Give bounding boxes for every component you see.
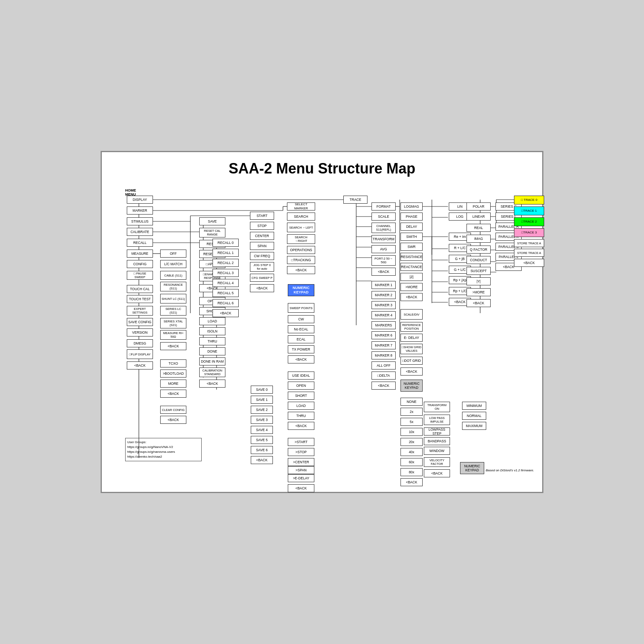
box-e-delay[interactable]: E- DELAY — [400, 334, 423, 342]
box-trace[interactable]: TRACE — [343, 196, 367, 204]
box-transform-on[interactable]: TRANSFORM ON — [424, 402, 450, 412]
box-expert-settings[interactable]: EXPERT SETTINGS — [127, 306, 153, 316]
box-abs-y[interactable]: |Y| — [466, 277, 491, 285]
box-imag[interactable]: IMAG — [466, 235, 491, 243]
box-recall6[interactable]: RECALL 6 — [213, 299, 239, 307]
box-thru[interactable]: THRU — [199, 337, 225, 345]
box-back-fmt[interactable]: <BACK — [400, 293, 423, 301]
box-series-xtal-s21[interactable]: SERIES XTAL (S21) — [160, 318, 186, 328]
box-operations[interactable]: OPERATIONS — [287, 246, 315, 254]
box-recall5[interactable]: RECALL 5 — [213, 289, 239, 297]
box-trace3[interactable]: □TRACE 3 — [514, 228, 544, 237]
box-touch-cal[interactable]: TOUCH CAL — [127, 285, 153, 293]
box-marker2[interactable]: MARKER 2 — [372, 291, 396, 299]
box-clear-config[interactable]: CLEAR CONFIG — [160, 406, 186, 414]
box-search-right[interactable]: SEARCH →RIGHT — [287, 234, 315, 244]
box-done[interactable]: DONE — [199, 347, 225, 355]
box-load2[interactable]: LOAD — [288, 402, 314, 410]
box-touch-test[interactable]: TOUCH TEST — [127, 295, 153, 303]
box-conduct[interactable]: CONDUCT — [466, 256, 491, 264]
box-series-lc-s21[interactable]: SERIES LC (S21) — [160, 306, 186, 316]
box-start[interactable]: START — [250, 212, 274, 220]
box-channel-s11refl[interactable]: CHANNEL S11(REFL) — [372, 223, 396, 233]
box-recall[interactable]: RECALL — [127, 239, 153, 247]
box-velocity-factor[interactable]: VELOCITY FACTOR — [424, 457, 450, 467]
box-40x[interactable]: 40x — [400, 448, 423, 456]
box-cable-s11[interactable]: CABLE (S11) — [160, 271, 186, 280]
box-use-ideal[interactable]: USE IDEAL — [288, 372, 314, 380]
box-search-left[interactable]: SEARCH ←LEFT — [287, 223, 315, 232]
box-lowpass-step[interactable]: LOWPASS STEP — [424, 427, 450, 436]
box-pause-sweep[interactable]: □ PAUSE SWEEP — [127, 271, 153, 280]
box-save6[interactable]: SAVE 6 — [251, 446, 273, 454]
box-bootload[interactable]: >BOOTLOAD — [160, 369, 186, 378]
box-e-delay2[interactable]: >E-DELAY — [288, 474, 314, 482]
box-back-polar[interactable]: <BACK — [466, 299, 491, 307]
box-calibration-standard[interactable]: CALIBRATION STANDARD — [199, 367, 225, 377]
box-markers[interactable]: MARKERS — [372, 321, 396, 329]
box-scale-div[interactable]: SCALE/DIV — [400, 309, 423, 320]
box-isoln[interactable]: ISOLN — [199, 327, 225, 335]
box-ecal[interactable]: ECAL — [288, 335, 314, 343]
box-back-recall[interactable]: <BACK — [213, 309, 239, 317]
box-lc-match[interactable]: L/C MATCH — [160, 260, 186, 268]
box-trace2[interactable]: □TRACE 2 — [514, 217, 544, 226]
box-stop[interactable]: STOP — [250, 222, 274, 230]
box-off[interactable]: OFF — [160, 250, 186, 258]
box-open2[interactable]: OPEN — [288, 382, 314, 390]
box-center2[interactable]: >CENTER — [288, 458, 314, 466]
box-done-in-ram[interactable]: DONE IN RAM — [199, 357, 225, 365]
box-phase[interactable]: PHASE — [400, 213, 423, 221]
box-bandpass[interactable]: BANDPASS — [424, 437, 450, 445]
box-q-factor[interactable]: Q FACTOR — [466, 246, 491, 254]
box-all-off[interactable]: ALL OFF — [372, 361, 396, 369]
box-back-ecal[interactable]: <BACK — [288, 422, 314, 430]
box-reactance[interactable]: REACTANCE — [400, 263, 423, 271]
box-config[interactable]: CONFIG — [127, 260, 153, 268]
box-2x[interactable]: 2x — [400, 408, 423, 416]
box-cw-freq[interactable]: CW FREQ — [250, 252, 274, 260]
box-more-polar[interactable]: >MORE — [466, 288, 491, 296]
box-display[interactable]: DISPLAY — [127, 196, 153, 204]
box-suscept[interactable]: SUSCEPT — [466, 267, 491, 275]
box-back-marker[interactable]: <BACK — [287, 266, 315, 274]
box-search[interactable]: SEARCH — [287, 213, 315, 221]
box-recall4[interactable]: RECALL 4 — [213, 279, 239, 287]
box-back-scale[interactable]: <BACK — [400, 367, 423, 376]
box-reset-cal-range[interactable]: RESET CAL RANGE — [199, 228, 225, 237]
box-marker3[interactable]: MARKER 3 — [372, 301, 396, 309]
box-logmag[interactable]: LOGMAG — [400, 202, 423, 211]
box-thru2[interactable]: THRU — [288, 412, 314, 420]
box-center[interactable]: CENTER — [250, 232, 274, 240]
box-80x[interactable]: 80x — [400, 468, 423, 476]
box-back-avg[interactable]: <BACK — [400, 478, 423, 486]
box-marker1[interactable]: MARKER 1 — [372, 281, 396, 289]
box-numeric-keypad-transform[interactable]: NUMERIC KEYPAD — [460, 462, 484, 474]
box-back-trace[interactable]: <BACK — [372, 268, 396, 276]
box-numeric-keypad[interactable]: NUMERIC KEYPAD — [288, 284, 314, 296]
box-marker[interactable]: MARKER — [127, 206, 153, 215]
box-dot-grid[interactable]: □DOT GRID — [400, 357, 423, 365]
box-abs-z[interactable]: |Z| — [400, 273, 423, 281]
box-recall3[interactable]: RECALL 3 — [213, 269, 239, 277]
box-resistance[interactable]: RESISTANCE — [400, 253, 423, 261]
box-cfg-sweep[interactable]: CFG SWEEP P — [250, 274, 274, 282]
box-back-sweep[interactable]: <BACK — [288, 355, 314, 363]
box-back-save[interactable]: <BACK — [251, 456, 273, 464]
box-cw[interactable]: CW — [288, 315, 314, 323]
box-20x[interactable]: 20x — [400, 438, 423, 446]
box-trace1[interactable]: □TRACE 1 — [514, 206, 544, 215]
box-marker4[interactable]: MARKER 4 — [372, 311, 396, 319]
box-back-trace-store[interactable]: <BACK — [514, 259, 544, 267]
box-normal[interactable]: NORMAL — [462, 412, 486, 420]
box-avg[interactable]: AVG — [372, 245, 396, 253]
box-more-fmt[interactable]: >MORE — [400, 283, 423, 291]
box-minimum[interactable]: MINIMUM — [462, 402, 486, 410]
box-scale[interactable]: SCALE — [372, 213, 396, 221]
box-version[interactable]: VERSION — [127, 328, 153, 336]
box-delay[interactable]: DELAY — [400, 223, 423, 231]
box-span[interactable]: SPAN — [250, 242, 274, 250]
box-marker8[interactable]: MARKER 8 — [372, 351, 396, 359]
box-stop2[interactable]: >STOP — [288, 448, 314, 456]
box-back-c[interactable]: <BACK — [160, 390, 186, 398]
